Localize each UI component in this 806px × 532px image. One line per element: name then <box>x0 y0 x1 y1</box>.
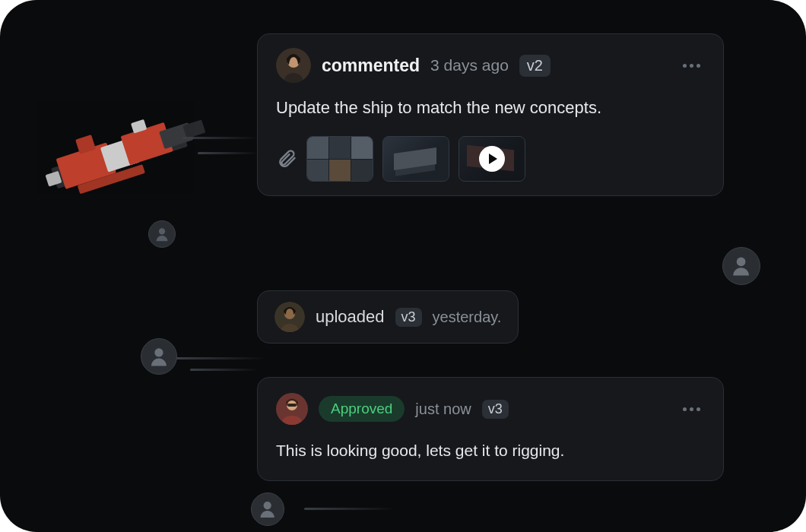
activity-card-approval: Approved just now v3 This is looking goo… <box>257 377 724 481</box>
comment-body: This is looking good, lets get it to rig… <box>276 439 705 464</box>
activity-card-upload: uploaded v3 yesterday. <box>257 290 519 344</box>
version-badge[interactable]: v3 <box>482 400 509 419</box>
status-badge-approved: Approved <box>319 396 405 422</box>
motion-line <box>304 508 395 510</box>
avatar <box>276 393 308 425</box>
activity-feed-canvas: commented 3 days ago v2 Update the ship … <box>0 0 806 532</box>
version-badge[interactable]: v2 <box>519 55 551 77</box>
background-avatar <box>251 492 284 526</box>
motion-line <box>182 137 259 139</box>
more-options-button[interactable] <box>678 61 705 71</box>
motion-line <box>175 357 266 359</box>
activity-timestamp: 3 days ago <box>430 56 509 74</box>
svg-point-3 <box>264 502 271 509</box>
background-avatar <box>148 220 176 248</box>
attachment-thumbnail-video[interactable] <box>459 136 525 182</box>
activity-action-label: uploaded <box>316 307 385 327</box>
avatar <box>274 302 305 332</box>
activity-timestamp: just now <box>415 401 471 418</box>
svg-rect-10 <box>287 404 297 407</box>
motion-line <box>198 152 259 154</box>
svg-point-1 <box>154 348 163 356</box>
svg-point-2 <box>737 258 746 267</box>
play-icon <box>479 146 505 172</box>
activity-timestamp: yesterday. <box>433 309 502 326</box>
activity-card-comment: commented 3 days ago v2 Update the ship … <box>257 33 724 196</box>
attachment-thumbnail[interactable] <box>306 136 373 182</box>
attachment-row <box>276 136 705 182</box>
paperclip-icon <box>276 148 297 169</box>
svg-point-0 <box>159 228 165 234</box>
motion-line <box>190 369 259 371</box>
more-options-button[interactable] <box>678 404 705 414</box>
version-badge[interactable]: v3 <box>395 308 422 327</box>
attachment-thumbnail[interactable] <box>382 136 449 182</box>
activity-action-label: commented <box>322 55 420 76</box>
avatar <box>276 48 311 83</box>
comment-body: Update the ship to match the new concept… <box>276 95 705 121</box>
background-avatar <box>141 338 177 375</box>
background-avatar <box>722 247 760 285</box>
